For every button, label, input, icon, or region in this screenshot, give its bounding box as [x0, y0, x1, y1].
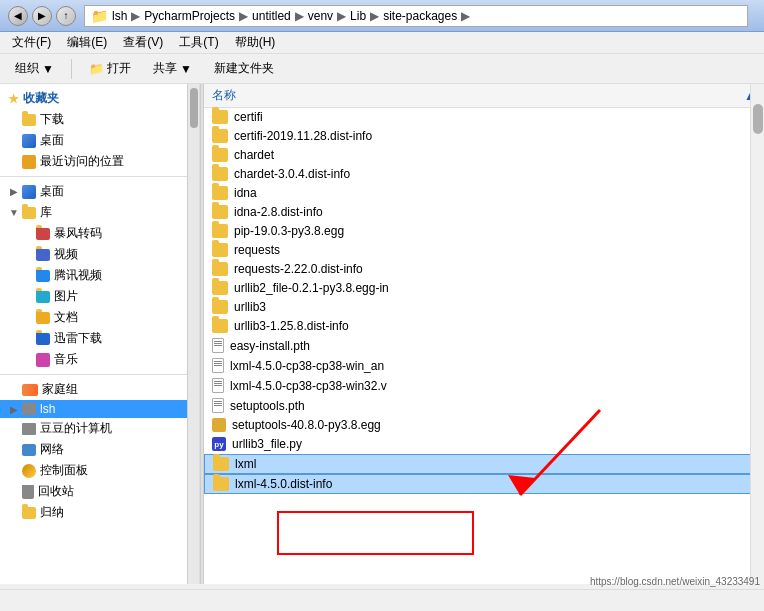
- file-item[interactable]: setuptools.pth: [204, 396, 764, 416]
- control-icon: [22, 464, 36, 478]
- file-item[interactable]: chardet: [204, 146, 764, 165]
- addr-part-1: lsh: [112, 9, 127, 23]
- favorites-header[interactable]: ★ 收藏夹: [0, 88, 199, 109]
- folder-icon: [22, 114, 36, 126]
- file-item[interactable]: urllib3: [204, 298, 764, 317]
- homegroup-label: 家庭组: [42, 381, 78, 398]
- open-icon: 📁: [89, 62, 104, 76]
- file-item[interactable]: chardet-3.0.4.dist-info: [204, 165, 764, 184]
- file-item[interactable]: idna-2.8.dist-info: [204, 203, 764, 222]
- tree-trash[interactable]: 回收站: [0, 481, 199, 502]
- file-item[interactable]: certifi-2019.11.28.dist-info: [204, 127, 764, 146]
- file-item[interactable]: lxml: [204, 454, 764, 474]
- tree-bean[interactable]: 豆豆的计算机: [0, 418, 199, 439]
- folder-icon: [212, 129, 228, 143]
- menu-help[interactable]: 帮助(H): [227, 32, 284, 53]
- homegroup-icon: [22, 384, 38, 396]
- tree-library[interactable]: ▼ 库: [0, 202, 199, 223]
- desktop-icon: [22, 134, 36, 148]
- folder-icon: [212, 186, 228, 200]
- desktop-tree-icon: [22, 185, 36, 199]
- folder-icon: [212, 300, 228, 314]
- up-button[interactable]: ↑: [56, 6, 76, 26]
- new-folder-label: 新建文件夹: [214, 60, 274, 77]
- tree-thunder[interactable]: 迅雷下载: [14, 328, 199, 349]
- menu-view[interactable]: 查看(V): [115, 32, 171, 53]
- lsh-expand: ▶: [8, 403, 20, 415]
- folder-icon: [212, 243, 228, 257]
- tree-desktop[interactable]: ▶ 桌面: [0, 181, 199, 202]
- file-item[interactable]: requests: [204, 241, 764, 260]
- sidebar-item-desktop[interactable]: 桌面: [0, 130, 199, 151]
- thunder-label: 迅雷下载: [54, 330, 102, 347]
- docs-icon: [36, 312, 50, 324]
- trash-label: 回收站: [38, 483, 74, 500]
- organize-button[interactable]: 组织 ▼: [6, 56, 63, 81]
- file-list: 名称 ▲ certificertifi-2019.11.28.dist-info…: [204, 84, 764, 584]
- new-folder-button[interactable]: 新建文件夹: [205, 56, 283, 81]
- sidebar: ★ 收藏夹 下载 桌面 最近访问的位置 ▶ 桌面: [0, 84, 200, 584]
- control-label: 控制面板: [40, 462, 88, 479]
- sidebar-scrollbar[interactable]: [187, 84, 199, 584]
- divider-1: [0, 176, 199, 177]
- expand-icon: ▶: [8, 186, 20, 198]
- forward-icon: ▶: [38, 10, 46, 21]
- file-item[interactable]: idna: [204, 184, 764, 203]
- tree-control[interactable]: 控制面板: [0, 460, 199, 481]
- addr-part-2: PycharmProjects: [144, 9, 235, 23]
- file-item[interactable]: requests-2.22.0.dist-info: [204, 260, 764, 279]
- bean-icon: [22, 423, 36, 435]
- file-item-name: chardet-3.0.4.dist-info: [234, 167, 350, 181]
- tree-music[interactable]: 音乐: [14, 349, 199, 370]
- tree-network[interactable]: 网络: [0, 439, 199, 460]
- music-icon: [36, 353, 50, 367]
- tree-archive[interactable]: 归纳: [0, 502, 199, 523]
- file-item-name: urllib2_file-0.2.1-py3.8.egg-in: [234, 281, 389, 295]
- file-item[interactable]: pyurllib3_file.py: [204, 435, 764, 454]
- trash-icon: [22, 485, 34, 499]
- file-item[interactable]: setuptools-40.8.0-py3.8.egg: [204, 416, 764, 435]
- tree-homegroup[interactable]: 家庭组: [0, 379, 199, 400]
- egg-icon: [212, 418, 226, 432]
- sidebar-item-recent[interactable]: 最近访问的位置: [0, 151, 199, 172]
- doc-icon: [212, 358, 224, 373]
- tree-baofeng[interactable]: 暴风转码: [14, 223, 199, 244]
- share-arrow: ▼: [180, 62, 192, 76]
- file-list-scrollbar[interactable]: [750, 84, 764, 584]
- file-item-name: lxml-4.5.0.dist-info: [235, 477, 332, 491]
- file-item[interactable]: urllib2_file-0.2.1-py3.8.egg-in: [204, 279, 764, 298]
- tree-pictures[interactable]: 图片: [14, 286, 199, 307]
- column-name[interactable]: 名称: [212, 87, 740, 104]
- file-item[interactable]: lxml-4.5.0-cp38-cp38-win_an: [204, 356, 764, 376]
- tree-lsh[interactable]: ▶ lsh: [0, 400, 199, 418]
- menu-tools[interactable]: 工具(T): [171, 32, 226, 53]
- file-list-header: 名称 ▲: [204, 84, 764, 108]
- tree-docs[interactable]: 文档: [14, 307, 199, 328]
- forward-button[interactable]: ▶: [32, 6, 52, 26]
- open-button[interactable]: 📁 打开: [80, 56, 140, 81]
- file-item[interactable]: urllib3-1.25.8.dist-info: [204, 317, 764, 336]
- address-bar[interactable]: 📁 lsh ▶ PycharmProjects ▶ untitled ▶ ven…: [84, 5, 748, 27]
- file-item-name: certifi: [234, 110, 263, 124]
- tree-video[interactable]: 视频: [14, 244, 199, 265]
- file-item-name: urllib3_file.py: [232, 437, 302, 451]
- file-item[interactable]: easy-install.pth: [204, 336, 764, 356]
- file-item-name: certifi-2019.11.28.dist-info: [234, 129, 372, 143]
- menu-file[interactable]: 文件(F): [4, 32, 59, 53]
- file-item[interactable]: certifi: [204, 108, 764, 127]
- share-button[interactable]: 共享 ▼: [144, 56, 201, 81]
- sidebar-item-download[interactable]: 下载: [0, 109, 199, 130]
- file-item[interactable]: lxml-4.5.0-cp38-cp38-win32.v: [204, 376, 764, 396]
- addr-part-4: venv: [308, 9, 333, 23]
- favorites-section: ★ 收藏夹 下载 桌面 最近访问的位置: [0, 88, 199, 172]
- file-item[interactable]: lxml-4.5.0.dist-info: [204, 474, 764, 494]
- file-item-name: chardet: [234, 148, 274, 162]
- file-item[interactable]: pip-19.0.3-py3.8.egg: [204, 222, 764, 241]
- menu-edit[interactable]: 编辑(E): [59, 32, 115, 53]
- back-button[interactable]: ◀: [8, 6, 28, 26]
- file-item-name: lxml-4.5.0-cp38-cp38-win_an: [230, 359, 384, 373]
- tree-tencent[interactable]: 腾讯视频: [14, 265, 199, 286]
- folder-icon: [212, 281, 228, 295]
- tencent-label: 腾讯视频: [54, 267, 102, 284]
- pictures-icon: [36, 291, 50, 303]
